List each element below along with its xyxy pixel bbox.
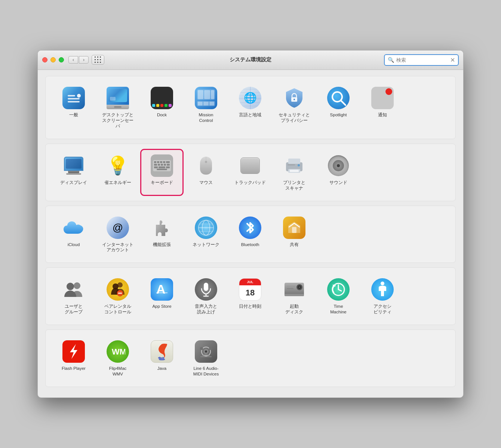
pref-internet[interactable]: @ インターネットアカウント (97, 212, 138, 257)
mouse-label: マウス (199, 180, 213, 185)
other-grid: Flash Player WMV Flip4MacWMV (53, 336, 448, 381)
pref-general[interactable]: 一般 (53, 82, 94, 133)
users-icon (62, 277, 86, 301)
display-icon (62, 154, 86, 178)
sound-label: サウンド (329, 180, 347, 185)
svg-rect-53 (287, 286, 296, 287)
printer-label: プリンタとスキャナ (283, 180, 305, 191)
pref-bluetooth[interactable]: Bluetooth (230, 212, 271, 257)
pref-spotlight[interactable]: Spotlight (318, 82, 359, 133)
security-label: セキュリティとプライバシー (279, 112, 310, 123)
show-all-button[interactable] (92, 55, 104, 65)
pref-appstore[interactable]: A App Store (141, 274, 182, 319)
pref-trackpad[interactable]: トラックパッド (230, 150, 271, 195)
grid-icon (95, 56, 102, 64)
sound-icon (326, 154, 350, 178)
pref-network[interactable]: ネットワーク (185, 212, 227, 257)
datetime-icon: JUL 18 (238, 277, 262, 301)
notification-icon (371, 86, 394, 110)
svg-rect-30 (288, 165, 295, 165)
parental-label: ペアレンタルコントロール (104, 304, 131, 315)
pref-users[interactable]: ユーザとグループ (53, 274, 94, 319)
svg-point-29 (298, 164, 300, 166)
pref-icloud[interactable]: iCloud (53, 212, 94, 257)
energy-icon: 💡 (106, 154, 130, 178)
pref-flash[interactable]: Flash Player (53, 336, 94, 381)
startup-label: 起動ディスク (285, 304, 303, 315)
pref-startup[interactable]: 起動ディスク (274, 274, 315, 319)
pref-parental[interactable]: ペアレンタルコントロール (97, 274, 138, 319)
svg-text:WMV: WMV (112, 347, 125, 356)
datetime-label: 日付と時刻 (239, 304, 261, 309)
pref-mouse[interactable]: マウス (185, 150, 227, 195)
svg-point-24 (205, 161, 207, 163)
search-box[interactable]: 🔍 ✕ (384, 54, 459, 66)
traffic-lights (42, 57, 64, 62)
users-label: ユーザとグループ (65, 304, 83, 315)
accessibility-label: アクセシビリティ (374, 304, 391, 315)
pref-flip4mac[interactable]: WMV Flip4MacWMV (97, 336, 138, 381)
svg-point-60 (205, 350, 207, 353)
pref-dock[interactable]: Dock (141, 82, 182, 133)
accessibility-icon (371, 277, 394, 301)
search-clear-button[interactable]: ✕ (450, 56, 455, 64)
forward-button[interactable]: › (79, 56, 89, 64)
desktop-label: デスクトップとスクリーンセーバ (100, 112, 135, 129)
dictation-label: 音声入力と読み上げ (195, 304, 217, 315)
svg-point-37 (74, 282, 80, 289)
svg-rect-49 (285, 294, 304, 296)
pref-desktop[interactable]: デスクトップとスクリーンセーバ (97, 82, 138, 133)
printer-icon (282, 154, 306, 178)
notification-label: 通知 (378, 112, 387, 118)
sharing-icon (282, 216, 306, 240)
personal-section: 一般 (45, 76, 456, 139)
nav-buttons: ‹ › (68, 56, 89, 64)
personal-grid: 一般 (53, 82, 448, 133)
keyboard-icon (150, 154, 174, 178)
other-section: Flash Player WMV Flip4MacWMV (45, 329, 456, 387)
pref-printer[interactable]: プリンタとスキャナ (274, 150, 315, 195)
svg-point-38 (67, 283, 74, 290)
pref-energy[interactable]: 💡 省エネルギー (97, 150, 138, 195)
back-button[interactable]: ‹ (68, 56, 78, 64)
pref-line6[interactable]: Line 6 Audio-MIDI Devices (185, 336, 227, 381)
svg-point-3 (77, 94, 81, 98)
pref-extensions[interactable]: 機能拡張 (141, 212, 182, 257)
svg-rect-16 (161, 164, 163, 166)
svg-rect-20 (159, 166, 165, 168)
svg-rect-54 (287, 288, 293, 289)
svg-line-7 (341, 101, 345, 105)
pref-language[interactable]: 🌐 言語と地域 (230, 82, 271, 133)
pref-java[interactable]: Java (141, 336, 182, 381)
pref-accessibility[interactable]: アクセシビリティ (362, 274, 403, 319)
internet-section: iCloud @ インターネットアカウント (45, 206, 456, 263)
pref-keyboard[interactable]: キーボード (141, 150, 182, 195)
dictation-icon (194, 277, 218, 301)
svg-point-62 (200, 347, 203, 350)
pref-datetime[interactable]: JUL 18 日付と時刻 (230, 274, 271, 319)
close-button[interactable] (42, 57, 47, 62)
spotlight-icon (326, 86, 350, 110)
svg-point-5 (293, 99, 295, 100)
search-input[interactable] (396, 57, 448, 63)
mission-icon (194, 86, 218, 110)
pref-mission[interactable]: MissionControl (185, 82, 227, 133)
maximize-button[interactable] (59, 57, 64, 62)
pref-dictation[interactable]: 音声入力と読み上げ (185, 274, 227, 319)
svg-rect-26 (288, 159, 300, 164)
pref-notification[interactable]: 通知 (362, 82, 403, 133)
pref-sound[interactable]: サウンド (318, 150, 359, 195)
hardware-grid: ディスプレイ 💡 省エネルギー (53, 150, 448, 195)
pref-security[interactable]: セキュリティとプライバシー (274, 82, 315, 133)
trackpad-label: トラックパッド (234, 180, 266, 185)
pref-timemachine[interactable]: TimeMachine (318, 274, 359, 319)
search-icon: 🔍 (388, 57, 394, 63)
svg-point-52 (299, 286, 300, 288)
icloud-label: iCloud (68, 242, 80, 248)
pref-sharing[interactable]: 共有 (274, 212, 315, 257)
pref-display[interactable]: ディスプレイ (53, 150, 94, 195)
keyboard-label: キーボード (151, 180, 173, 185)
minimize-button[interactable] (50, 57, 56, 62)
svg-rect-0 (68, 101, 80, 102)
forward-icon: › (83, 57, 84, 62)
